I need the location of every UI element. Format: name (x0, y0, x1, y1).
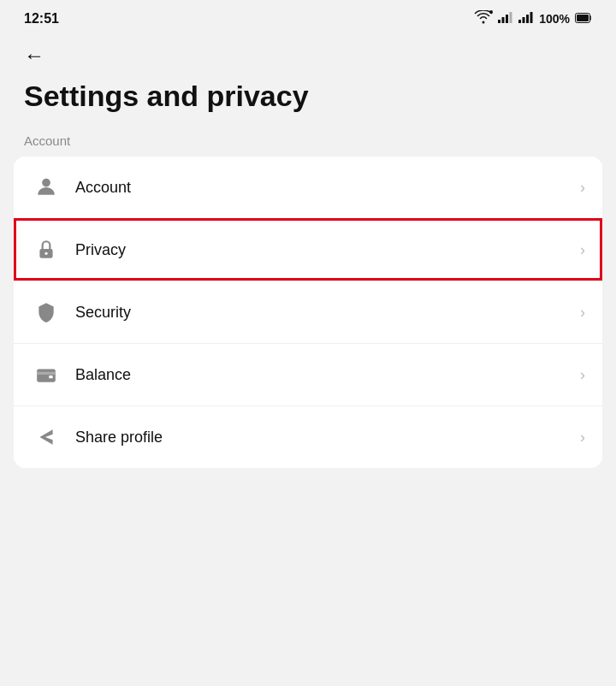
svg-point-0 (489, 10, 493, 14)
page-title-area: Settings and privacy (0, 71, 616, 133)
settings-card: Account › Privacy › Security › (14, 157, 602, 468)
share-profile-chevron: › (580, 429, 585, 446)
account-chevron: › (580, 179, 585, 197)
account-label: Account (75, 179, 580, 197)
wallet-icon (31, 359, 62, 390)
share-profile-label: Share profile (75, 429, 580, 446)
menu-item-security[interactable]: Security › (14, 281, 602, 343)
menu-item-privacy[interactable]: Privacy › (14, 218, 602, 281)
section-label: Account (0, 133, 616, 157)
page-title: Settings and privacy (24, 80, 592, 113)
svg-point-11 (42, 179, 50, 187)
svg-rect-7 (526, 15, 529, 23)
balance-label: Balance (75, 366, 580, 384)
share-icon (31, 422, 62, 452)
svg-rect-1 (498, 20, 500, 23)
svg-rect-10 (577, 15, 589, 21)
privacy-label: Privacy (75, 241, 580, 259)
svg-rect-4 (510, 12, 512, 23)
svg-rect-5 (518, 20, 521, 23)
svg-rect-16 (49, 376, 52, 378)
battery-percentage: 100% (539, 12, 570, 26)
wifi-icon (474, 10, 493, 27)
shield-icon (31, 297, 62, 328)
security-label: Security (75, 304, 580, 322)
status-time: 12:51 (24, 11, 59, 27)
svg-rect-14 (37, 370, 56, 382)
back-button-area[interactable]: ← (0, 33, 616, 71)
menu-item-share-profile[interactable]: Share profile › (14, 405, 602, 468)
svg-rect-2 (502, 17, 505, 23)
privacy-chevron: › (580, 241, 585, 259)
back-arrow-icon[interactable]: ← (24, 44, 44, 67)
svg-rect-8 (530, 12, 533, 23)
signal-icon-1 (498, 11, 513, 26)
status-bar: 12:51 (0, 0, 616, 33)
balance-chevron: › (580, 366, 585, 384)
svg-rect-15 (37, 372, 56, 375)
svg-rect-6 (523, 17, 525, 23)
svg-point-13 (44, 252, 47, 255)
svg-rect-3 (506, 15, 508, 23)
battery-icon (575, 12, 592, 26)
signal-icon-2 (518, 11, 534, 26)
security-chevron: › (580, 304, 585, 322)
person-icon (31, 172, 62, 203)
status-icons: 100% (474, 10, 592, 27)
menu-item-account[interactable]: Account › (14, 157, 602, 218)
menu-item-balance[interactable]: Balance › (14, 343, 602, 405)
lock-icon (31, 234, 62, 265)
